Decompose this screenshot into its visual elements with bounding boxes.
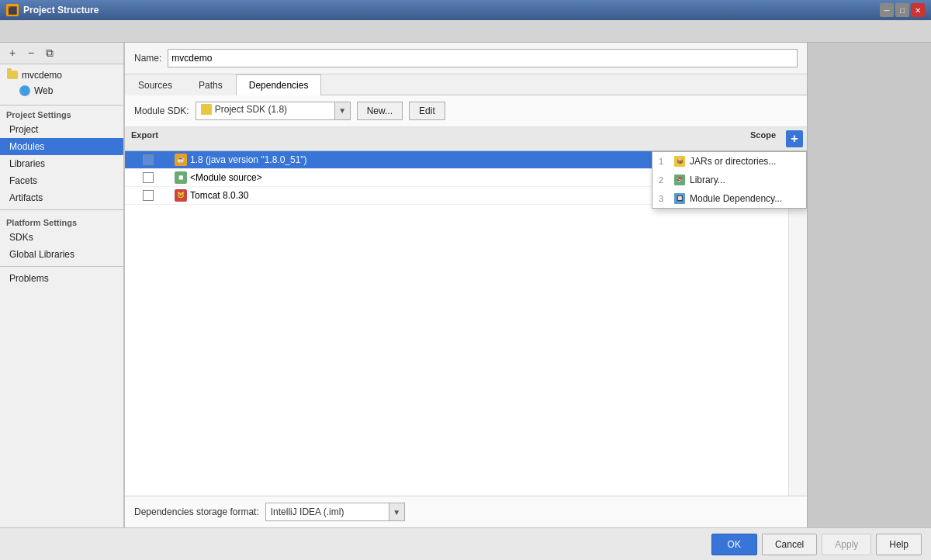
add-dependency-button[interactable]: + bbox=[786, 130, 803, 147]
tab-paths[interactable]: Paths bbox=[185, 74, 236, 95]
dep-jdk-label: 1.8 (java version "1.8.0_51") bbox=[190, 154, 307, 165]
popup-num-2: 2 bbox=[659, 175, 670, 185]
tab-dependencies[interactable]: Dependencies bbox=[236, 74, 322, 95]
sidebar-item-global-libraries[interactable]: Global Libraries bbox=[0, 246, 123, 263]
add-dependency-popup: 1 📦 JARs or directories... 2 📚 Library..… bbox=[652, 151, 807, 209]
main-container: + − ⧉ mvcdemo 🌐 Web bbox=[0, 43, 931, 528]
help-button[interactable]: Help bbox=[876, 534, 922, 555]
apply-button[interactable]: Apply bbox=[822, 534, 871, 555]
dep-export-jdk bbox=[125, 154, 171, 165]
deps-header-export: Export bbox=[125, 130, 171, 147]
close-button[interactable]: ✕ bbox=[911, 3, 925, 17]
sdk-value-text: Project SDK (1.8) bbox=[215, 104, 287, 115]
titlebar: ⬛ Project Structure ─ □ ✕ bbox=[0, 0, 931, 20]
storage-dropdown-value: IntelliJ IDEA (.iml) bbox=[266, 506, 389, 517]
dep-checkbox-jdk[interactable] bbox=[143, 154, 154, 165]
sidebar-item-project[interactable]: Project bbox=[0, 121, 123, 138]
module-tree: mvcdemo 🌐 Web bbox=[0, 64, 123, 102]
sdk-bar: Module SDK: Project SDK (1.8) ▼ New... E… bbox=[125, 95, 807, 127]
jar-icon: 📦 bbox=[674, 156, 685, 167]
name-input[interactable] bbox=[168, 49, 798, 67]
ok-button[interactable]: OK bbox=[711, 534, 757, 555]
deps-area: Export Scope + 1 📦 JARs or d bbox=[125, 127, 807, 496]
add-dep-area: + bbox=[782, 130, 807, 147]
tree-item-mvcdemo[interactable]: mvcdemo bbox=[0, 67, 123, 83]
dep-name-source: ◼ <Module source> bbox=[171, 171, 726, 184]
sidebar-item-sdks[interactable]: SDKs bbox=[0, 229, 123, 246]
sidebar-item-problems[interactable]: Problems bbox=[0, 270, 123, 287]
popup-item-module-dep-label: Module Dependency... bbox=[690, 193, 782, 204]
app-icon: ⬛ bbox=[6, 4, 19, 16]
dep-export-tomcat bbox=[125, 190, 171, 201]
popup-item-jars[interactable]: 1 📦 JARs or directories... bbox=[652, 152, 806, 171]
popup-item-module-dep[interactable]: 3 🔲 Module Dependency... bbox=[652, 189, 806, 208]
dep-name-jdk: ☕ 1.8 (java version "1.8.0_51") bbox=[171, 154, 726, 166]
sdk-new-button[interactable]: New... bbox=[357, 102, 403, 120]
ide-right-panel bbox=[807, 43, 931, 528]
platform-settings-label: Platform Settings bbox=[0, 213, 123, 229]
popup-num-1: 1 bbox=[659, 157, 670, 166]
mod-icon: 🔲 bbox=[674, 193, 685, 204]
popup-item-library-label: Library... bbox=[690, 175, 725, 185]
sidebar-item-modules[interactable]: Modules bbox=[0, 138, 123, 155]
ide-toolbar bbox=[0, 20, 931, 42]
toolbar-placeholder bbox=[3, 26, 5, 36]
name-bar: Name: bbox=[125, 43, 807, 74]
deps-header-scope: Scope bbox=[720, 130, 782, 147]
lib-icon: 📚 bbox=[674, 175, 685, 185]
sidebar-item-facets[interactable]: Facets bbox=[0, 172, 123, 189]
cancel-button[interactable]: Cancel bbox=[762, 534, 817, 555]
name-label: Name: bbox=[134, 53, 161, 64]
tree-item-web[interactable]: 🌐 Web bbox=[0, 83, 123, 99]
popup-item-jars-label: JARs or directories... bbox=[690, 156, 776, 167]
storage-dropdown-arrow[interactable]: ▼ bbox=[389, 503, 404, 520]
bottom-bar: OK Cancel Apply Help bbox=[0, 527, 931, 560]
deps-header-name bbox=[171, 130, 720, 147]
remove-module-button[interactable]: − bbox=[23, 45, 39, 60]
sidebar-item-artifacts[interactable]: Artifacts bbox=[0, 189, 123, 206]
tree-item-web-label: Web bbox=[34, 85, 53, 96]
dep-checkbox-source[interactable] bbox=[143, 172, 154, 183]
dep-source-label: <Module source> bbox=[190, 172, 262, 183]
sdk-dropdown[interactable]: Project SDK (1.8) ▼ bbox=[196, 102, 351, 120]
dep-checkbox-tomcat[interactable] bbox=[143, 190, 154, 201]
deps-header: Export Scope + bbox=[125, 127, 807, 151]
left-panel-toolbar: + − ⧉ bbox=[0, 43, 123, 64]
storage-dropdown[interactable]: IntelliJ IDEA (.iml) ▼ bbox=[265, 503, 405, 521]
popup-item-library[interactable]: 2 📚 Library... bbox=[652, 171, 806, 189]
project-settings-label: Project Settings bbox=[0, 105, 123, 121]
window-title: Project Structure bbox=[23, 5, 875, 16]
sidebar-item-libraries[interactable]: Libraries bbox=[0, 155, 123, 172]
tomcat-icon: 🐱 bbox=[175, 189, 187, 202]
dep-tomcat-label: Tomcat 8.0.30 bbox=[190, 190, 248, 201]
folder-icon bbox=[6, 69, 19, 81]
sdk-dropdown-value: Project SDK (1.8) bbox=[196, 104, 334, 117]
sdk-dropdown-arrow[interactable]: ▼ bbox=[334, 102, 350, 119]
sdk-edit-button[interactable]: Edit bbox=[409, 102, 445, 120]
tabs-bar: Sources Paths Dependencies bbox=[125, 74, 807, 95]
maximize-button[interactable]: □ bbox=[895, 3, 909, 17]
window: ⬛ Project Structure ─ □ ✕ + − ⧉ bbox=[0, 0, 931, 560]
titlebar-buttons: ─ □ ✕ bbox=[880, 3, 925, 17]
sdk-label: Module SDK: bbox=[134, 105, 189, 116]
dep-name-tomcat: 🐱 Tomcat 8.0.30 bbox=[171, 189, 726, 202]
popup-num-3: 3 bbox=[659, 194, 670, 203]
web-icon: 🌐 bbox=[19, 85, 31, 97]
sdk-folder-icon bbox=[201, 104, 212, 115]
left-panel: + − ⧉ mvcdemo 🌐 Web bbox=[0, 43, 124, 528]
main-content-area: Name: Sources Paths Dependencies Module … bbox=[124, 43, 807, 528]
minimize-button[interactable]: ─ bbox=[880, 3, 894, 17]
add-module-button[interactable]: + bbox=[5, 45, 20, 60]
storage-label: Dependencies storage format: bbox=[134, 506, 259, 517]
source-icon: ◼ bbox=[175, 171, 187, 184]
tab-sources[interactable]: Sources bbox=[125, 74, 185, 95]
dep-export-source bbox=[125, 172, 171, 183]
tree-item-mvcdemo-label: mvcdemo bbox=[22, 70, 62, 81]
jdk-icon: ☕ bbox=[175, 154, 187, 166]
storage-bar: Dependencies storage format: IntelliJ ID… bbox=[125, 496, 807, 527]
copy-module-button[interactable]: ⧉ bbox=[42, 45, 57, 60]
